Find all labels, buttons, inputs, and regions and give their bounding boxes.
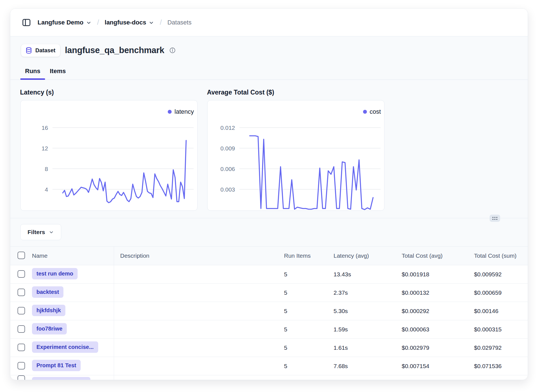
breadcrumb-separator: / <box>158 18 163 27</box>
description-cell <box>114 265 277 283</box>
table-row: backtest 5 2.37s $0.000132 $0.000659 <box>10 284 528 302</box>
total-cost-sum-cell: $0.000659 <box>468 289 528 296</box>
breadcrumb-org-selector[interactable]: Langfuse Demo <box>38 19 92 26</box>
svg-text:12: 12 <box>41 145 48 152</box>
table-row: test run demo 5 13.43s $0.001918 $0.0095… <box>10 265 528 284</box>
sidebar-toggle-button[interactable] <box>21 18 31 28</box>
total-cost-avg-cell: $0.000063 <box>396 326 468 333</box>
cost-chart-block: Average Total Cost ($) 0.0030.0060.0090.… <box>207 89 384 211</box>
run-name-badge[interactable]: Prompt 81 Test <box>32 360 81 371</box>
total-cost-sum-cell: $0.071536 <box>468 363 528 369</box>
section-divider <box>10 218 528 218</box>
description-cell <box>114 375 277 380</box>
breadcrumb-separator: / <box>95 18 101 27</box>
row-checkbox[interactable] <box>18 375 25 380</box>
database-icon <box>25 47 33 54</box>
table-body: test run demo 5 13.43s $0.001918 $0.0095… <box>10 265 528 380</box>
chevron-down-icon <box>149 20 154 26</box>
latency-chart: 481216 latency <box>20 100 198 211</box>
run-name-badge[interactable]: Experiment concise... <box>32 341 98 353</box>
svg-text:0.009: 0.009 <box>220 145 235 152</box>
row-checkbox[interactable] <box>18 325 25 333</box>
description-cell <box>114 320 277 338</box>
svg-text:8: 8 <box>45 166 48 172</box>
row-checkbox[interactable] <box>18 344 25 351</box>
row-checkbox[interactable] <box>18 362 25 369</box>
run-name-badge[interactable]: hjkfdshjk <box>32 305 65 316</box>
table-row: hjkfdshjk 5 5.30s $0.000292 $0.00146 <box>10 302 528 320</box>
row-checkbox[interactable] <box>18 270 25 278</box>
breadcrumb-project-selector[interactable]: langfuse-docs <box>105 19 154 26</box>
total-cost-avg-cell: $0.000132 <box>396 289 468 296</box>
total-cost-avg-cell: $0.007154 <box>396 363 468 369</box>
row-checkbox-cell <box>10 307 31 315</box>
filters-button[interactable]: Filters <box>20 224 61 240</box>
filters-button-label: Filters <box>28 229 45 235</box>
tab-bar: Runs Items <box>10 66 528 80</box>
app-window: Langfuse Demo / langfuse-docs / Datasets <box>10 8 528 380</box>
table-row: foo78riwe 5 1.59s $0.000063 $0.000315 <box>10 320 528 339</box>
run-items-cell: 5 <box>277 271 327 278</box>
total-cost-sum-cell: $0.00146 <box>468 308 528 314</box>
total-cost-avg-cell: $0.000292 <box>396 308 468 314</box>
run-name-badge[interactable] <box>32 377 90 380</box>
chevron-down-icon <box>49 230 54 235</box>
resize-handle-button[interactable] <box>490 215 500 222</box>
run-name-badge[interactable]: foo78riwe <box>32 323 67 334</box>
svg-text:16: 16 <box>41 125 48 131</box>
run-name-cell <box>31 375 114 380</box>
run-name-badge[interactable]: test run demo <box>32 268 78 279</box>
charts-section: Latency (s) 481216 latency Average Total… <box>20 89 518 211</box>
legend-dot-icon <box>168 110 172 114</box>
legend-label: latency <box>174 108 194 115</box>
runs-table: Name Description Run Items Latency (avg)… <box>10 246 528 380</box>
cost-legend: cost <box>363 108 381 115</box>
run-name-cell: foo78riwe <box>31 323 114 336</box>
info-icon[interactable] <box>169 47 176 54</box>
row-checkbox-cell <box>10 325 31 334</box>
tab-runs[interactable]: Runs <box>20 66 45 80</box>
latency-chart-title: Latency (s) <box>20 89 198 96</box>
table-header-row: Name Description Run Items Latency (avg)… <box>10 246 528 265</box>
run-name-cell: backtest <box>31 286 114 299</box>
total-cost-sum-cell: $0.029792 <box>468 344 528 351</box>
page: Langfuse Demo / langfuse-docs / Datasets <box>0 0 538 392</box>
column-header-total-cost-sum: Total Cost (sum) <box>468 252 528 259</box>
run-name-badge[interactable]: backtest <box>32 286 63 298</box>
svg-text:0.012: 0.012 <box>220 125 235 131</box>
breadcrumb-project-label: langfuse-docs <box>105 19 146 26</box>
breadcrumb-org-label: Langfuse Demo <box>38 19 83 26</box>
cost-chart: 0.0030.0060.0090.012 cost <box>207 100 384 211</box>
row-checkbox-cell <box>10 344 31 352</box>
column-header-total-cost-avg: Total Cost (avg) <box>396 252 468 259</box>
breadcrumb-section-link[interactable]: Datasets <box>167 19 192 26</box>
latency-line-plot: 481216 <box>21 100 197 210</box>
run-name-cell: test run demo <box>31 268 114 281</box>
description-cell <box>114 357 277 375</box>
column-header-latency-avg: Latency (avg) <box>327 252 396 259</box>
main-content: Dataset langfuse_qa_benchmark Runs Items… <box>10 36 528 380</box>
description-cell <box>114 339 277 357</box>
row-checkbox[interactable] <box>18 307 25 314</box>
svg-text:0.006: 0.006 <box>220 166 235 172</box>
column-header-name: Name <box>31 252 114 259</box>
dataset-header: Dataset langfuse_qa_benchmark <box>21 43 518 58</box>
latency-avg-cell: 7.68s <box>327 363 396 369</box>
breadcrumb: Langfuse Demo / langfuse-docs / Datasets <box>38 18 191 27</box>
row-checkbox-cell <box>10 375 31 380</box>
chevron-down-icon <box>86 20 92 26</box>
run-items-cell: 5 <box>277 344 327 351</box>
total-cost-sum-cell: $0.009592 <box>468 271 528 278</box>
row-checkbox-cell <box>10 270 31 279</box>
run-name-cell: Prompt 81 Test <box>31 360 114 373</box>
select-all-checkbox[interactable] <box>18 252 25 259</box>
tab-items[interactable]: Items <box>45 66 70 80</box>
total-cost-avg-cell: $0.001918 <box>396 271 468 278</box>
run-items-cell: 5 <box>277 308 327 314</box>
total-cost-sum-cell: $0.000315 <box>468 326 528 333</box>
latency-legend: latency <box>168 108 194 115</box>
latency-avg-cell: 2.37s <box>327 289 396 296</box>
run-name-cell: Experiment concise... <box>31 341 114 354</box>
latency-avg-cell: 13.43s <box>327 271 396 278</box>
row-checkbox[interactable] <box>18 289 25 296</box>
